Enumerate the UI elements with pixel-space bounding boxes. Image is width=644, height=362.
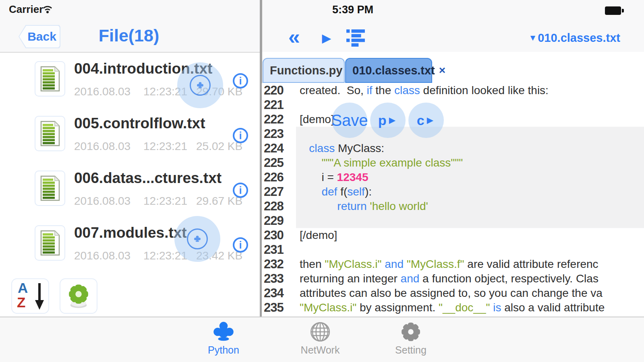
file-icon-tile bbox=[35, 225, 65, 261]
code-line: 223 bbox=[262, 127, 644, 141]
file-row[interactable]: 006.datas...ctures.txt2016.08.0312:23:21… bbox=[0, 169, 260, 224]
touch-ring-icon bbox=[190, 75, 211, 96]
line-number: 230 bbox=[264, 228, 284, 243]
overlay-button-label: c bbox=[417, 113, 425, 128]
tab-close-icon[interactable]: × bbox=[439, 64, 445, 77]
line-number: 235 bbox=[264, 300, 284, 315]
green-document-icon bbox=[39, 120, 61, 147]
file-size-label: 29.67 KB bbox=[196, 195, 242, 207]
overlay-p-button[interactable]: p► bbox=[370, 103, 406, 138]
green-document-icon bbox=[39, 175, 61, 202]
outline-list-icon[interactable] bbox=[346, 28, 366, 49]
code-line: 226 i = 12345 bbox=[262, 170, 644, 185]
back-button-label: Back bbox=[19, 26, 60, 47]
touch-indicator bbox=[174, 216, 220, 262]
file-icon-tile bbox=[35, 171, 65, 206]
green-gear-icon bbox=[67, 284, 90, 309]
tab-network[interactable]: NetWork bbox=[288, 320, 352, 356]
run-triangle-icon: ► bbox=[387, 114, 398, 127]
globe-icon bbox=[288, 320, 352, 344]
line-number: 226 bbox=[264, 170, 284, 185]
line-number: 232 bbox=[264, 257, 284, 272]
line-number: 234 bbox=[264, 286, 284, 300]
run-button[interactable]: ► bbox=[319, 30, 334, 47]
tab-network-label: NetWork bbox=[288, 344, 352, 356]
line-number: 223 bbox=[264, 127, 284, 141]
line-text: [/demo] bbox=[300, 228, 337, 243]
file-browser-pane: Back File(18) 004.introduction.txt2016.0… bbox=[0, 0, 260, 317]
file-meta-row: 2016.08.0312:23:2125.02 KB bbox=[74, 140, 242, 153]
green-document-icon bbox=[39, 66, 61, 92]
file-time-label: 12:23:21 bbox=[143, 140, 196, 153]
file-meta-row: 2016.08.0312:23:2129.67 KB bbox=[74, 195, 242, 208]
editor-tab-010.classes.txt[interactable]: 010.classes.txt× bbox=[345, 58, 432, 83]
code-line: 234attributes can also be assigned to, s… bbox=[262, 286, 644, 300]
chevron-down-icon: ▼ bbox=[528, 33, 537, 42]
python-blob-icon bbox=[191, 320, 256, 344]
line-number: 227 bbox=[264, 185, 284, 199]
tab-title-label: 010.classes.txt bbox=[352, 64, 435, 77]
file-date-label: 2016.08.03 bbox=[74, 85, 143, 98]
file-settings-button[interactable] bbox=[60, 278, 97, 314]
touch-point-icon bbox=[197, 82, 204, 89]
run-triangle-icon: ► bbox=[425, 114, 436, 127]
back-button[interactable]: Back bbox=[19, 25, 60, 48]
line-text: then "MyClass.i" and "MyClass.f" are val… bbox=[300, 257, 598, 272]
overlay-button-label: Save bbox=[331, 111, 368, 130]
line-number: 220 bbox=[264, 83, 284, 98]
line-number: 233 bbox=[264, 272, 284, 286]
line-number: 231 bbox=[264, 243, 284, 257]
sort-descending-arrow-icon bbox=[35, 282, 44, 312]
file-info-button[interactable]: i bbox=[233, 73, 248, 88]
file-date-label: 2016.08.03 bbox=[74, 249, 143, 262]
tab-python-label: Python bbox=[191, 344, 256, 356]
file-info-button[interactable]: i bbox=[233, 237, 248, 253]
sort-az-button[interactable]: A Z bbox=[11, 278, 49, 314]
file-date-label: 2016.08.03 bbox=[74, 195, 143, 208]
collapse-editor-button[interactable]: « bbox=[288, 27, 300, 47]
line-text: """A simple example class""" bbox=[300, 156, 463, 170]
line-number: 222 bbox=[264, 112, 284, 127]
file-icon-tile bbox=[35, 116, 65, 151]
file-time-label: 12:23:21 bbox=[143, 195, 196, 208]
green-document-icon bbox=[39, 230, 61, 256]
code-line: 230[/demo] bbox=[262, 228, 644, 243]
line-text: class MyClass: bbox=[300, 141, 384, 156]
editor-tab-Functions.py[interactable]: Functions.py× bbox=[263, 58, 345, 83]
code-line: 225 """A simple example class""" bbox=[262, 156, 644, 170]
code-line: 232then "MyClass.i" and "MyClass.f" are … bbox=[262, 257, 644, 272]
line-text: created. So, if the class definition loo… bbox=[300, 83, 549, 98]
overlay-c-button[interactable]: c► bbox=[408, 103, 444, 138]
file-row[interactable]: 005.controlflow.txt2016.08.0312:23:2125.… bbox=[0, 114, 260, 169]
code-line: 228 return 'hello world' bbox=[262, 199, 644, 214]
editor-content[interactable]: 220created. So, if the class definition … bbox=[262, 83, 644, 317]
touch-ring-icon bbox=[187, 228, 208, 249]
code-line: 233returning an integer and a function o… bbox=[262, 272, 644, 286]
touch-indicator bbox=[177, 62, 223, 108]
code-line: 220created. So, if the class definition … bbox=[262, 83, 644, 98]
clock-label: 5:39 PM bbox=[332, 4, 373, 16]
line-number: 224 bbox=[264, 141, 284, 156]
overlay-save-button[interactable]: Save bbox=[332, 103, 367, 138]
code-line: 231 bbox=[262, 243, 644, 257]
editor-tab-strip: Functions.py×010.classes.txt× bbox=[262, 58, 644, 83]
code-line: 229 bbox=[262, 214, 644, 228]
line-text: returning an integer and a function obje… bbox=[300, 272, 598, 286]
file-info-button[interactable]: i bbox=[233, 183, 248, 198]
file-info-button[interactable]: i bbox=[233, 128, 248, 143]
file-row[interactable]: 007.modules.txt2016.08.0312:23:2123.42 K… bbox=[0, 224, 260, 274]
file-meta-row: 2016.08.0312:23:2123.42 KB bbox=[74, 249, 242, 262]
line-text: i = 12345 bbox=[300, 170, 368, 185]
battery-icon bbox=[605, 6, 621, 15]
line-number: 225 bbox=[264, 156, 284, 170]
current-file-label: 010.classes.txt bbox=[538, 31, 620, 44]
open-file-dropdown[interactable]: ▼010.classes.txt bbox=[528, 31, 620, 45]
tab-title-label: Functions.py bbox=[270, 64, 342, 77]
line-number: 221 bbox=[264, 98, 284, 112]
line-text: [demo] bbox=[300, 112, 334, 127]
line-text: attributes can also be assigned to, so y… bbox=[300, 286, 603, 300]
tab-python[interactable]: Python bbox=[191, 320, 256, 356]
tab-setting[interactable]: Setting bbox=[379, 320, 443, 356]
file-name-label: 005.controlflow.txt bbox=[74, 115, 205, 132]
code-line: 235"MyClass.i" by assignment. "__doc__" … bbox=[262, 300, 644, 315]
